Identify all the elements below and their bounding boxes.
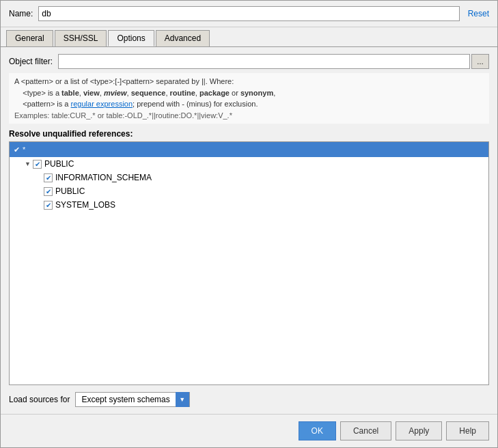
- load-sources-value: Except system schemas: [76, 393, 175, 406]
- tabs: General SSH/SSL Options Advanced: [1, 27, 497, 47]
- apply-button[interactable]: Apply: [396, 421, 442, 440]
- name-input[interactable]: [38, 6, 459, 21]
- checkbox-system-lobs[interactable]: ✔: [44, 201, 53, 210]
- tree-item-system-lobs[interactable]: ✔ SYSTEM_LOBS: [10, 198, 488, 212]
- name-row: Name: Reset: [1, 1, 497, 27]
- tree-header-check: ✔: [14, 145, 20, 154]
- tree-item-label-public-child: PUBLIC: [55, 186, 85, 196]
- bottom-bar: OK Cancel Apply Help: [1, 414, 497, 447]
- browse-icon: …: [477, 58, 484, 66]
- load-sources-dropdown-arrow[interactable]: ▼: [176, 392, 189, 407]
- resolve-label: Resolve unqualified references:: [9, 129, 489, 139]
- hint-box: A <pattern> or a list of <type>:[-]<patt…: [9, 73, 489, 124]
- tab-advanced[interactable]: Advanced: [156, 30, 210, 46]
- tree-item-label-public-group: PUBLIC: [44, 159, 74, 169]
- hint-line2: <type> is a table, view, mview, sequence…: [14, 87, 484, 99]
- name-label: Name:: [9, 9, 33, 18]
- dropdown-arrow-icon: ▼: [179, 396, 185, 403]
- tree-header-row[interactable]: ✔ *: [10, 142, 488, 157]
- cancel-button[interactable]: Cancel: [340, 421, 391, 440]
- dialog: Name: Reset General SSH/SSL Options Adva…: [0, 0, 498, 448]
- ok-button[interactable]: OK: [299, 421, 336, 440]
- load-sources-row: Load sources for Except system schemas ▼: [9, 392, 489, 407]
- reset-link[interactable]: Reset: [468, 9, 489, 18]
- filter-browse-button[interactable]: …: [471, 54, 489, 69]
- tab-options[interactable]: Options: [108, 30, 154, 46]
- regular-expression-link[interactable]: regular expression: [71, 100, 133, 108]
- hint-line4: Examples: table:CUR_.* or table:-OLD_.*|…: [14, 110, 484, 122]
- object-filter-row: Object filter: …: [9, 54, 489, 69]
- tree-header-star: *: [23, 145, 25, 154]
- load-sources-select[interactable]: Except system schemas ▼: [75, 392, 189, 407]
- tree-item-public-group[interactable]: ▼ ✔ PUBLIC: [10, 157, 488, 171]
- tab-general[interactable]: General: [6, 30, 53, 46]
- load-sources-label: Load sources for: [9, 395, 70, 404]
- checkbox-public-group[interactable]: ✔: [33, 160, 42, 169]
- checkbox-info-schema[interactable]: ✔: [44, 173, 53, 182]
- checkbox-public-child[interactable]: ✔: [44, 187, 53, 196]
- tree-item-label-info-schema: INFORMATION_SCHEMA: [55, 173, 152, 182]
- tab-sshssl[interactable]: SSH/SSL: [55, 30, 107, 46]
- content: Object filter: … A <pattern> or a list o…: [1, 47, 497, 414]
- hint-line3: <pattern> is a regular expression; prepe…: [14, 98, 484, 110]
- tree-container[interactable]: ✔ * ▼ ✔ PUBLIC ✔ INFORMATION_SCHEMA: [9, 141, 489, 385]
- help-button[interactable]: Help: [446, 421, 489, 440]
- expand-icon-public[interactable]: ▼: [25, 160, 33, 167]
- object-filter-label: Object filter:: [9, 57, 53, 66]
- tree-item-label-system-lobs: SYSTEM_LOBS: [55, 200, 115, 210]
- object-filter-input[interactable]: [58, 54, 470, 69]
- hint-line1: A <pattern> or a list of <type>:[-]<patt…: [14, 76, 484, 87]
- tree-item-info-schema[interactable]: ✔ INFORMATION_SCHEMA: [10, 171, 488, 184]
- tree-item-public-child[interactable]: ✔ PUBLIC: [10, 184, 488, 198]
